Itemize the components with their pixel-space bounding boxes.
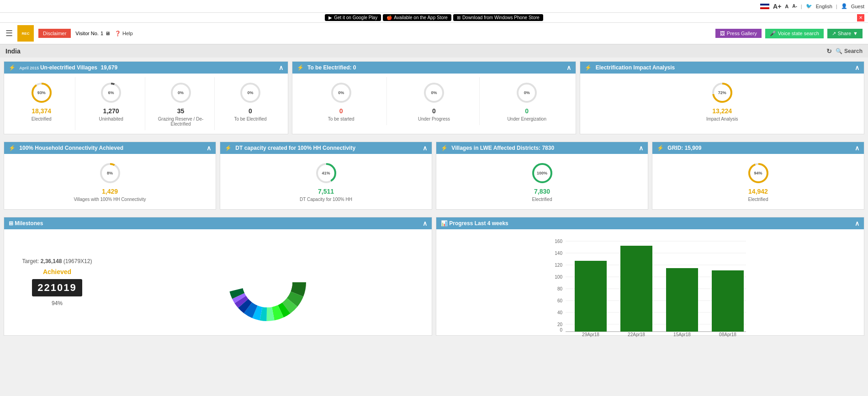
font-small-btn[interactable]: A- bbox=[792, 4, 797, 9]
stat-under-progress: 0% 0 Under Progress bbox=[389, 77, 480, 125]
milestone-left: Target: 2,36,148 (19679X12) Achieved 221… bbox=[11, 258, 103, 306]
press-gallery-btn[interactable]: 🖼 Press Gallery bbox=[715, 29, 762, 38]
top-banner-right: A+ A A- | 🐦 English | 👤 Guest bbox=[760, 3, 864, 10]
circle-pct-grazing: 0% bbox=[178, 90, 184, 95]
visitor-info: Visitor No. 1 🖥 bbox=[75, 31, 110, 36]
circle-grid: 94% bbox=[746, 161, 770, 185]
svg-text:140: 140 bbox=[555, 251, 562, 256]
grid-panel: ⚡ GRID: 15,909 ∧ 94% 14,942 Electrified bbox=[652, 142, 864, 210]
bottom-row: ⊞ Milestones ∧ Target: 2,36,148 (19679X1… bbox=[4, 217, 864, 339]
progress-collapse-btn[interactable]: ∧ bbox=[855, 220, 859, 227]
lbl-dt: DT Capacity for 100% HH bbox=[300, 197, 352, 202]
windows-store-btn[interactable]: ⊞ Download from Windows Phone Store bbox=[453, 14, 543, 21]
donut-chart-area bbox=[110, 237, 424, 328]
google-play-btn[interactable]: ▶ Get it on Google Play bbox=[325, 14, 381, 21]
stat-electrified: 93% 18,374 Electrified bbox=[8, 77, 75, 130]
mid-row: ⚡ 100% Household Connectivity Achieved ∧… bbox=[4, 142, 864, 213]
app-store-btn[interactable]: 🍎 Available on the App Store bbox=[383, 14, 451, 21]
grid-stat: 94% 14,942 Electrified bbox=[652, 154, 864, 209]
svg-point-32 bbox=[242, 257, 292, 307]
grid-count: 15,909 bbox=[685, 145, 702, 151]
disclaimer-btn[interactable]: Disclaimer bbox=[38, 29, 71, 38]
progress-bar-icon: 📊 bbox=[441, 220, 449, 227]
circle-pct-under-progress: 0% bbox=[431, 90, 437, 95]
search-btn[interactable]: 🔍 Search bbox=[836, 48, 863, 54]
achieved-label: Achieved bbox=[11, 268, 103, 275]
svg-text:0: 0 bbox=[560, 327, 562, 333]
hamburger-icon[interactable]: ☰ bbox=[5, 28, 13, 38]
visitor-label: Visitor No. bbox=[75, 31, 99, 36]
lbl-hh: Villages with 100% HH Connectivity bbox=[74, 197, 146, 202]
impact-header: ⚡ Electrification Impact Analysis ∧ bbox=[580, 62, 864, 74]
lwe-collapse-btn[interactable]: ∧ bbox=[639, 144, 643, 152]
font-medium-btn[interactable]: A bbox=[785, 4, 789, 9]
dt-capacity-collapse-btn[interactable]: ∧ bbox=[423, 144, 427, 152]
grid-collapse-btn[interactable]: ∧ bbox=[855, 144, 859, 152]
svg-text:22Apr18: 22Apr18 bbox=[628, 332, 645, 337]
circle-dt: 41% bbox=[314, 161, 338, 185]
milestones-collapse-btn[interactable]: ∧ bbox=[423, 220, 427, 227]
app-banner: ▶ Get it on Google Play 🍎 Available on t… bbox=[0, 13, 868, 23]
twitter-icon[interactable]: 🐦 bbox=[806, 3, 812, 9]
val-hh: 1,429 bbox=[102, 188, 118, 195]
val-tobe: 0 bbox=[249, 107, 252, 115]
top-row: ⚡ April 2015 Un-electrified Villages 19,… bbox=[4, 61, 864, 138]
svg-text:160: 160 bbox=[555, 239, 562, 244]
voice-search-btn[interactable]: 🎤 Voice state search bbox=[765, 29, 824, 38]
lightning-icon: ⚡ bbox=[9, 64, 16, 71]
press-icon: 🖼 bbox=[720, 31, 725, 36]
help-btn[interactable]: ❓ Help bbox=[115, 31, 133, 37]
bar-chart-area: 160 140 120 100 80 60 40 20 0 bbox=[444, 237, 857, 328]
refresh-icon[interactable]: ↻ bbox=[826, 48, 832, 55]
lbl-lwe: Electrified bbox=[532, 197, 552, 202]
impact-panel: ⚡ Electrification Impact Analysis ∧ 72% … bbox=[580, 61, 864, 134]
lwe-count: 7830 bbox=[542, 145, 554, 151]
circle-lwe: 100% bbox=[530, 161, 554, 185]
impact-title: Electrification Impact Analysis bbox=[596, 64, 675, 71]
target-text: Target: 2,36,148 (19679X12) bbox=[11, 258, 103, 264]
india-title: India bbox=[5, 48, 21, 55]
navbar-right: 🖼 Press Gallery 🎤 Voice state search ↗ S… bbox=[715, 29, 863, 38]
svg-text:20: 20 bbox=[557, 322, 563, 327]
font-large-btn[interactable]: A+ bbox=[773, 3, 781, 10]
lwe-title: Villages in LWE Affected Districts: bbox=[451, 145, 540, 151]
circle-pct-lwe: 100% bbox=[537, 171, 547, 175]
india-bar: India ↻ 🔍 Search bbox=[0, 45, 868, 58]
impact-collapse-btn[interactable]: ∧ bbox=[855, 64, 859, 71]
unelectrified-date: April 2015 bbox=[19, 66, 40, 70]
lbl-grazing: Grazing Reserve / De-Electrified bbox=[149, 116, 212, 127]
unelectrified-collapse-btn[interactable]: ∧ bbox=[279, 64, 283, 71]
bar-29apr bbox=[575, 261, 607, 332]
close-banner-btn[interactable]: ✕ bbox=[857, 14, 864, 21]
lbl-grid: Electrified bbox=[748, 197, 768, 202]
hh-connectivity-collapse-btn[interactable]: ∧ bbox=[206, 144, 211, 152]
donut-chart bbox=[222, 237, 313, 328]
lightning-icon7: ⚡ bbox=[657, 145, 664, 151]
bar-22apr bbox=[620, 246, 652, 332]
to-be-electrified-header: ⚡ To be Electrified: 0 ∧ bbox=[292, 62, 576, 74]
circle-under-progress: 0% bbox=[422, 81, 446, 105]
svg-text:80: 80 bbox=[557, 286, 563, 291]
to-be-electrified-panel: ⚡ To be Electrified: 0 ∧ 0% 0 To be star… bbox=[292, 61, 577, 134]
to-be-electrified-collapse-btn[interactable]: ∧ bbox=[566, 64, 571, 71]
circle-pct-impact: 72% bbox=[718, 90, 726, 95]
search-icon: 🔍 bbox=[836, 48, 842, 54]
lbl-impact: Impact Analysis bbox=[706, 116, 738, 121]
circle-uninhabited: 6% bbox=[99, 81, 123, 105]
milestones-grid-icon: ⊞ bbox=[9, 220, 15, 227]
language-select[interactable]: English bbox=[816, 4, 832, 9]
val-lwe: 7,830 bbox=[534, 188, 550, 195]
guest-label[interactable]: Guest bbox=[851, 4, 864, 9]
impact-stats: 72% 13,224 Impact Analysis bbox=[580, 74, 864, 129]
lwe-panel: ⚡ Villages in LWE Affected Districts: 78… bbox=[436, 142, 648, 210]
dt-capacity-stat: 41% 7,511 DT Capacity for 100% HH bbox=[220, 154, 432, 209]
logo-text: REC bbox=[22, 32, 30, 36]
progress-panel: 📊 Progress Last 4 weeks ∧ 160 140 120 10… bbox=[436, 217, 864, 336]
circle-pct-dt: 41% bbox=[322, 171, 330, 175]
share-btn[interactable]: ↗ Share ▼ bbox=[827, 29, 863, 38]
lightning-icon6: ⚡ bbox=[441, 145, 448, 151]
circle-tobe: 0% bbox=[238, 81, 262, 105]
unelectrified-header: ⚡ April 2015 Un-electrified Villages 19,… bbox=[4, 62, 288, 74]
lwe-header: ⚡ Villages in LWE Affected Districts: 78… bbox=[436, 142, 648, 154]
circle-pct-to-be-started: 0% bbox=[338, 90, 344, 95]
